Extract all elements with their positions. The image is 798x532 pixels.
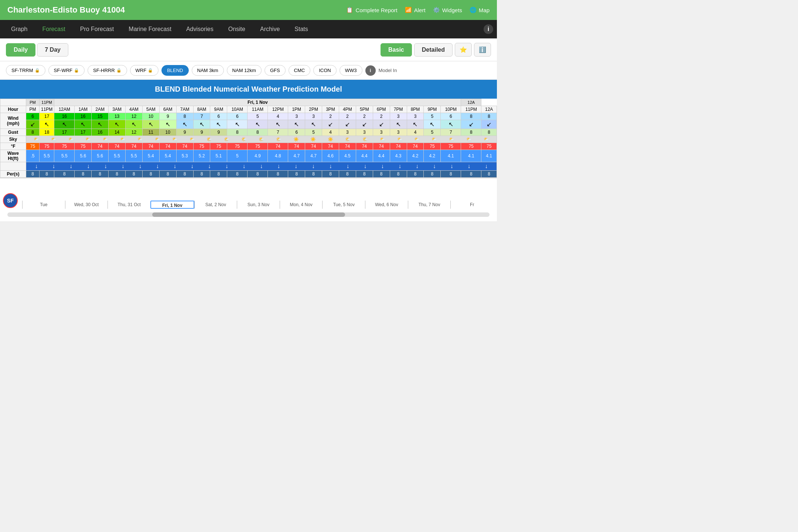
lock-icon: 🔒 [74,68,79,73]
timeline-date-mon4[interactable]: Mon, 4 Nov [280,201,323,209]
gust-cell: 17 [75,129,92,136]
model-nam12km[interactable]: NAM 12km [227,65,262,76]
gust-cell: 5 [305,129,322,136]
timeline-date-fr[interactable]: Fr [450,201,493,209]
timeline-date-thu7[interactable]: Thu, 7 Nov [408,201,451,209]
timeline-date-tue5[interactable]: Tue, 5 Nov [322,201,365,209]
gust-cell: 8 [227,129,248,136]
timeline-date-fri1[interactable]: Fri, 1 Nov [150,201,194,209]
model-blend[interactable]: BLEND [161,65,188,76]
nav-onsite[interactable]: Onsite [221,20,253,38]
seven-day-btn[interactable]: 7 Day [37,43,68,57]
timeline-date-thu31[interactable]: Thu, 31 Oct [108,201,150,209]
h-pm: PM [26,106,40,113]
hour-label: Hour [0,106,26,113]
temp-cell: 74 [126,143,143,150]
nav-stats[interactable]: Stats [287,20,315,38]
h-10pm: 10PM [441,106,461,113]
gust-cell: 8 [461,129,481,136]
temp-cell: 74 [159,143,176,150]
temp-cell: 74 [305,143,322,150]
gust-cell: 4 [407,129,424,136]
period-cell: 8 [373,171,390,178]
forecast-container: PM 11PM Fri, 1 Nov 12A Hour PM 11PM 12AM… [0,99,497,178]
daily-btn[interactable]: Daily [6,43,35,57]
wave-cell: 4.5 [339,150,356,162]
wave-cell: 5.3 [176,150,193,162]
controls-bar: Daily 7 Day Basic Detailed ⭐ ℹ️ [0,38,497,61]
h-9pm: 9PM [424,106,441,113]
wave-arrow: ↓ [225,163,228,170]
wind-dir-cell: ↖ [176,120,193,129]
period-cell: 8 [227,171,248,178]
model-gfs[interactable]: GFS [265,65,286,76]
nav-archive[interactable]: Archive [253,20,287,38]
wind-dir-cell: ↙ [373,120,390,129]
widgets-btn[interactable]: ⚙️ Widgets [433,7,462,13]
timeline-date-wed6[interactable]: Wed, 6 Nov [365,201,408,209]
period-cell: 8 [92,171,109,178]
wind-dir-cell: ↖ [75,120,92,129]
alert-btn[interactable]: 📶 Alert [405,7,426,13]
info-btn[interactable]: ℹ️ [474,43,491,57]
model-ww3[interactable]: WW3 [340,65,362,76]
nav-pro-forecast[interactable]: Pro Forecast [73,20,122,38]
model-cmc[interactable]: CMC [289,65,311,76]
nav-info-btn[interactable]: i [484,24,493,34]
model-info-btn[interactable]: i [365,65,376,76]
period-cell: 8 [356,171,373,178]
wind-cell: 8 [176,113,193,120]
star-btn[interactable]: ⭐ [455,43,472,57]
timeline-date-sun3[interactable]: Sun, 3 Nov [237,201,280,209]
nav-marine-forecast[interactable]: Marine Forecast [121,20,179,38]
period-label: Per(s) [0,171,26,178]
temp-cell: 74 [142,143,159,150]
nav-forecast[interactable]: Forecast [35,20,72,38]
nav-advisories[interactable]: Advisories [179,20,221,38]
timeline-date-sat2[interactable]: Sat, 2 Nov [194,201,237,209]
sky-icon: ⛅ [85,137,91,142]
temp-cell: 75 [193,143,210,150]
gust-cell: 7 [268,129,288,136]
scrollbar-thumb[interactable] [152,212,345,217]
wave-cell: 4.6 [322,150,339,162]
detailed-btn[interactable]: Detailed [414,43,453,57]
scrollbar-area[interactable] [0,211,497,221]
h-1pm: 1PM [288,106,305,113]
wave-arrow: ↓ [173,163,176,170]
temp-cell: 75 [441,143,461,150]
model-wrf[interactable]: WRF 🔒 [130,65,159,76]
wind-cell: 7 [193,113,210,120]
model-nam3km[interactable]: NAM 3km [192,65,224,76]
period-cell: 8 [268,171,288,178]
scrollbar[interactable] [7,212,490,217]
timeline-date-wed30[interactable]: Wed, 30 Oct [65,201,108,209]
model-sf-wrf[interactable]: SF-WRF 🔒 [48,65,85,76]
wave-arrow: ↓ [433,163,436,170]
complete-report-btn[interactable]: 📋 Complete Report [346,7,397,13]
model-info-label: Model In [379,68,397,73]
period-cell: 8 [288,171,305,178]
wave-arrow: ↓ [450,163,453,170]
wind-speed-row: Wind(mph) 6 17 16 16 15 13 12 10 9 8 7 6… [0,113,497,120]
model-icon[interactable]: ICON [313,65,337,76]
wave-arrow: ↓ [191,163,194,170]
period-cell: 8 [109,171,126,178]
model-sf-hrrr[interactable]: SF-HRRR 🔒 [88,65,127,76]
date-header: Fri, 1 Nov [54,99,461,106]
wind-cell: 2 [356,113,373,120]
wind-dir-cell: ↙ [339,120,356,129]
h-6pm: 6PM [373,106,390,113]
gust-cell: 9 [193,129,210,136]
wind-dir-cell: ↖ [142,120,159,129]
nav-graph[interactable]: Graph [4,20,35,38]
sky-icon: ⛅ [380,137,385,142]
globe-icon: 🌐 [470,7,477,13]
timeline-date-tue[interactable]: Tue [22,201,65,209]
model-sf-trrm[interactable]: SF-TRRM 🔒 [6,65,45,76]
map-btn[interactable]: 🌐 Map [470,7,490,13]
basic-btn[interactable]: Basic [381,43,412,57]
gust-cell: 3 [356,129,373,136]
wind-cell: 15 [92,113,109,120]
h-1am: 1AM [75,106,92,113]
